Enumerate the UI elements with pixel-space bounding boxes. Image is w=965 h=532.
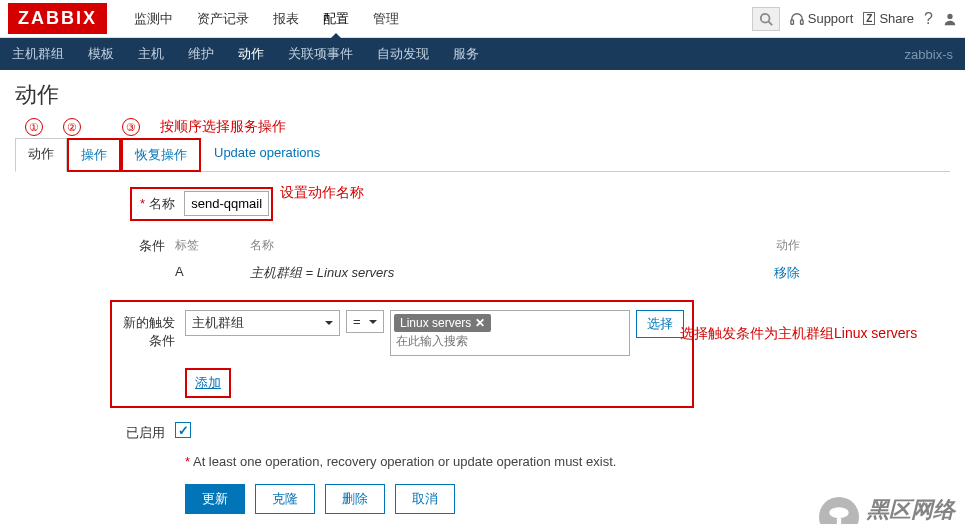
top-right: Support Z Share ?	[752, 7, 957, 31]
tag-search-input[interactable]	[394, 332, 626, 350]
annotation-set-name: 设置动作名称	[280, 184, 364, 202]
sub-services[interactable]: 服务	[441, 37, 491, 71]
sub-actions[interactable]: 动作	[226, 37, 276, 71]
update-button[interactable]: 更新	[185, 484, 245, 514]
support-label: Support	[808, 11, 854, 26]
search-icon	[759, 12, 773, 26]
share-label: Share	[879, 11, 914, 26]
user-link[interactable]	[943, 12, 957, 26]
watermark: 黑区网络 www.heiqu.com	[819, 495, 955, 524]
conditions-table: 标签 名称 动作 A 主机群组 = Linux servers 移除	[175, 233, 800, 288]
annotation-circle-3: ③	[122, 118, 140, 136]
cond-head-label: 标签	[175, 237, 250, 254]
add-condition-link[interactable]: 添加	[187, 370, 229, 396]
cond-name: 主机群组 = Linux servers	[250, 264, 774, 282]
sub-hosts[interactable]: 主机	[126, 37, 176, 71]
page-title: 动作	[15, 80, 950, 110]
sub-discovery[interactable]: 自动发现	[365, 37, 441, 71]
help-link[interactable]: ?	[924, 10, 933, 28]
conditions-label: 条件	[15, 233, 175, 255]
z-icon: Z	[863, 12, 875, 25]
top-menu: 监测中 资产记录 报表 配置 管理	[122, 0, 752, 38]
warning-text: * At least one operation, recovery opera…	[185, 454, 950, 469]
sub-correlation[interactable]: 关联项事件	[276, 37, 365, 71]
server-name: zabbix-s	[893, 39, 965, 70]
menu-inventory[interactable]: 资产记录	[185, 0, 261, 38]
annotation-circle-1: ①	[25, 118, 43, 136]
tab-update-ops[interactable]: Update operations	[201, 138, 333, 172]
sub-maintenance[interactable]: 维护	[176, 37, 226, 71]
menu-configuration[interactable]: 配置	[311, 0, 361, 38]
watermark-icon	[819, 497, 859, 524]
support-link[interactable]: Support	[790, 11, 854, 26]
trigger-label: 新的触发条件	[120, 310, 185, 398]
user-icon	[943, 12, 957, 26]
svg-rect-2	[791, 19, 794, 23]
menu-monitoring[interactable]: 监测中	[122, 0, 185, 38]
annotation-order: 按顺序选择服务操作	[160, 118, 286, 136]
enabled-checkbox[interactable]	[175, 422, 191, 438]
share-link[interactable]: Z Share	[863, 11, 914, 26]
remove-tag-icon[interactable]: ✕	[475, 316, 485, 330]
tabs: 动作 操作 恢复操作 Update operations	[15, 138, 950, 172]
svg-point-5	[829, 507, 849, 518]
delete-button[interactable]: 删除	[325, 484, 385, 514]
name-input[interactable]	[184, 191, 269, 216]
svg-rect-6	[837, 517, 841, 524]
hostgroup-tag: Linux servers ✕	[394, 314, 491, 332]
svg-point-0	[760, 13, 769, 22]
help-icon: ?	[924, 10, 933, 28]
chevron-down-icon	[369, 320, 377, 328]
tab-recovery[interactable]: 恢复操作	[121, 138, 201, 172]
cancel-button[interactable]: 取消	[395, 484, 455, 514]
operator-select[interactable]: =	[346, 310, 384, 333]
sub-host-groups[interactable]: 主机群组	[0, 37, 76, 71]
new-trigger-highlight-box: 新的触发条件 主机群组 = Linux servers	[110, 300, 694, 408]
menu-administration[interactable]: 管理	[361, 0, 411, 38]
name-label: * 名称	[134, 191, 181, 217]
clone-button[interactable]: 克隆	[255, 484, 315, 514]
cond-head-name: 名称	[250, 237, 776, 254]
cond-head-action: 动作	[776, 237, 800, 254]
hostgroup-tag-area[interactable]: Linux servers ✕	[390, 310, 630, 356]
annotation-choose-trigger: 选择触发条件为主机群组Linux servers	[680, 325, 917, 343]
svg-point-4	[947, 13, 952, 18]
select-button[interactable]: 选择	[636, 310, 684, 338]
tab-operations[interactable]: 操作	[67, 138, 121, 172]
add-highlight-box: 添加	[185, 368, 231, 398]
remove-condition-link[interactable]: 移除	[774, 264, 800, 282]
svg-rect-3	[800, 19, 803, 23]
watermark-title: 黑区网络	[867, 495, 955, 524]
annotation-circle-2: ②	[63, 118, 81, 136]
tab-action[interactable]: 动作	[15, 138, 67, 172]
cond-label-a: A	[175, 264, 250, 282]
search-button[interactable]	[752, 7, 780, 31]
svg-line-1	[768, 21, 772, 25]
sub-templates[interactable]: 模板	[76, 37, 126, 71]
name-highlight-box: * 名称	[130, 187, 273, 221]
condition-type-select[interactable]: 主机群组	[185, 310, 340, 336]
enabled-label: 已启用	[15, 420, 175, 442]
chevron-down-icon	[325, 321, 333, 329]
headphones-icon	[790, 12, 804, 26]
logo[interactable]: ZABBIX	[8, 3, 107, 34]
menu-reports[interactable]: 报表	[261, 0, 311, 38]
condition-row: A 主机群组 = Linux servers 移除	[175, 258, 800, 288]
